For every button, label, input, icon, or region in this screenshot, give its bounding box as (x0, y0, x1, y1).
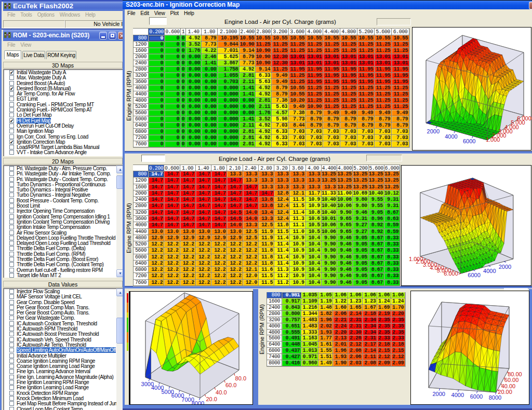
svg-text:40.0: 40.0 (216, 389, 227, 395)
svg-text:8000: 8000 (489, 394, 501, 401)
svg-text:4000: 4000 (483, 268, 496, 274)
svg-text:2000: 2000 (427, 128, 440, 134)
svg-text:60.0: 60.0 (225, 382, 236, 388)
svg-text:8000: 8000 (192, 400, 204, 404)
svg-text:80.0: 80.0 (235, 375, 246, 381)
svg-text:4000: 4000 (451, 392, 464, 398)
svg-text:6.000: 6.000 (444, 270, 458, 277)
svg-text:20.0: 20.0 (206, 396, 217, 402)
svg-text:4000: 4000 (445, 133, 457, 140)
svg-text:2000: 2000 (432, 391, 445, 397)
svg-text:40.00: 40.00 (501, 383, 516, 389)
svg-text:20.00: 20.00 (498, 389, 512, 395)
svg-text:6000: 6000 (470, 393, 483, 400)
svg-text:80.00: 80.00 (508, 371, 522, 377)
svg-text:6000: 6000 (463, 138, 475, 144)
svg-text:6.000: 6.000 (517, 115, 531, 121)
svg-text:60.00: 60.00 (504, 377, 519, 383)
svg-text:2000: 2000 (499, 264, 511, 270)
svg-text:6000: 6000 (468, 272, 480, 278)
